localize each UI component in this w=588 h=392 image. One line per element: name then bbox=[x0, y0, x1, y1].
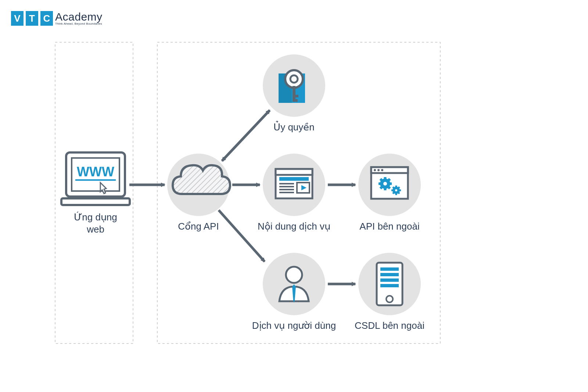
label-user-service: Dịch vụ người dùng bbox=[243, 320, 345, 332]
svg-point-39 bbox=[381, 169, 383, 171]
diagram-stage: V T C Academy Think Ahead, Beyond Bounda… bbox=[0, 0, 588, 392]
svg-point-37 bbox=[374, 169, 376, 171]
key-icon bbox=[279, 70, 305, 103]
svg-point-7 bbox=[263, 253, 325, 315]
svg-rect-62 bbox=[380, 267, 399, 271]
svg-rect-63 bbox=[380, 273, 399, 276]
svg-line-56 bbox=[398, 192, 399, 194]
server-icon bbox=[377, 263, 402, 305]
label-service-content: Nội dung dịch vụ bbox=[250, 220, 338, 233]
svg-rect-36 bbox=[371, 167, 408, 173]
svg-rect-29 bbox=[279, 177, 309, 181]
svg-point-60 bbox=[286, 267, 302, 283]
svg-line-47 bbox=[380, 187, 382, 188]
svg-line-11 bbox=[222, 110, 270, 161]
svg-point-22 bbox=[285, 70, 303, 88]
svg-line-55 bbox=[393, 187, 394, 188]
svg-point-38 bbox=[377, 169, 380, 171]
svg-rect-65 bbox=[380, 284, 399, 287]
label-external-db: CSDL bên ngoài bbox=[345, 320, 434, 332]
svg-rect-25 bbox=[293, 95, 298, 97]
svg-line-13 bbox=[219, 210, 265, 262]
svg-line-46 bbox=[388, 187, 390, 188]
svg-line-57 bbox=[393, 192, 394, 194]
svg-rect-18 bbox=[61, 198, 130, 205]
label-webapp: Ứng dụng web bbox=[59, 211, 132, 235]
svg-rect-64 bbox=[380, 278, 399, 282]
svg-rect-24 bbox=[293, 86, 295, 101]
svg-line-58 bbox=[398, 187, 399, 188]
label-external-api: API bên ngoài bbox=[349, 220, 430, 233]
svg-line-45 bbox=[380, 179, 382, 181]
cloud-icon bbox=[173, 165, 230, 194]
label-gateway: Cổng API bbox=[167, 220, 230, 233]
svg-rect-26 bbox=[293, 99, 298, 102]
svg-point-59 bbox=[395, 189, 397, 191]
label-auth: Ủy quyền bbox=[257, 121, 331, 133]
gear-window-icon bbox=[371, 167, 408, 199]
svg-rect-28 bbox=[276, 169, 312, 175]
svg-point-49 bbox=[383, 182, 387, 186]
browser-window-icon bbox=[276, 169, 312, 198]
laptop-text: WWW bbox=[77, 164, 114, 179]
diagram-svg: WWW bbox=[0, 0, 588, 392]
svg-line-48 bbox=[388, 179, 390, 181]
